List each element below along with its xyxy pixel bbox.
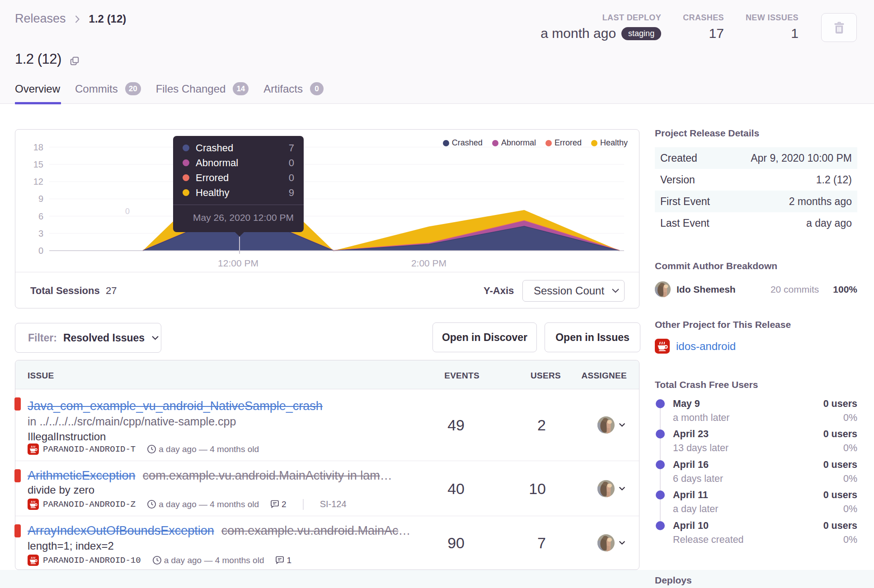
- svg-text:0: 0: [125, 207, 130, 216]
- svg-text:15: 15: [33, 159, 43, 169]
- svg-text:2:00 PM: 2:00 PM: [411, 258, 446, 268]
- svg-text:9: 9: [38, 194, 43, 204]
- svg-text:18: 18: [33, 142, 43, 152]
- svg-text:3: 3: [38, 229, 43, 238]
- svg-text:12:00 PM: 12:00 PM: [218, 258, 258, 268]
- svg-text:12: 12: [33, 177, 43, 187]
- svg-text:6: 6: [38, 211, 43, 221]
- svg-text:0: 0: [38, 246, 43, 256]
